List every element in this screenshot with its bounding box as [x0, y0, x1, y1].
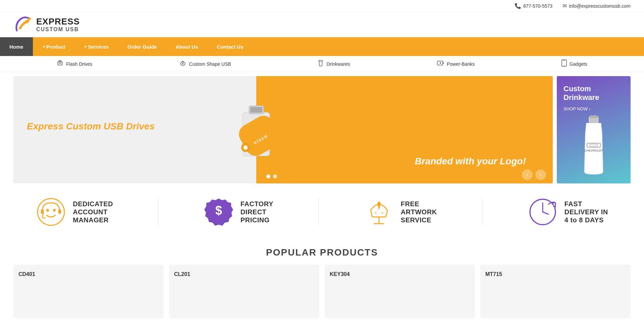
svg-rect-19: [235, 112, 284, 160]
hero-left: Express Custom USB Drives: [13, 76, 256, 183]
custom-shape-label: Custom Shape USB: [189, 61, 231, 67]
nav-item-about-us[interactable]: About Us: [166, 37, 208, 56]
side-panel-title: Custom Drinkware: [564, 85, 624, 102]
products-grid: CD401 CL201 KEY304 MT715: [13, 265, 631, 318]
feature-label-delivery-2: DELIVERY IN: [565, 208, 608, 216]
divider-3: [482, 199, 482, 225]
category-drinkwares[interactable]: Drinkwares: [318, 59, 350, 68]
feature-label-dedicated-2: ACCOUNT: [73, 208, 113, 216]
svg-line-35: [386, 210, 387, 217]
svg-rect-31: [41, 209, 44, 214]
power-banks-label: Power-Banks: [447, 61, 475, 67]
divider-1: [158, 199, 158, 225]
feature-label-artwork-1: FREE: [401, 200, 437, 208]
side-panel: Custom Drinkware SHOP NOW › CHEVROLET: [557, 76, 631, 183]
category-flash-drives[interactable]: Flash Drives: [57, 60, 92, 68]
feature-text-factory: FACTORY DIRECT PRICING: [240, 200, 273, 224]
bottle-illustration: CHEVROLET: [564, 115, 624, 175]
main-content: Express Custom USB Drives cisco: [0, 76, 644, 183]
hero-subtitle: Branded with your Logo!: [415, 156, 526, 167]
svg-line-34: [371, 210, 372, 217]
dedicated-account-manager-icon: [36, 197, 66, 227]
nav-label-services: Services: [88, 44, 109, 50]
logo-express: EXPRESS: [36, 17, 80, 26]
free-artwork-service-icon: [364, 197, 394, 227]
nav-item-home[interactable]: Home: [0, 37, 33, 56]
slider-prev[interactable]: ‹: [522, 169, 533, 180]
product-sku-cl201: CL201: [174, 271, 314, 277]
category-gadgets[interactable]: Gadgets: [561, 59, 587, 68]
nav-label-product: Product: [46, 44, 65, 50]
svg-rect-10: [443, 62, 444, 64]
shop-now-chevron: ›: [589, 106, 590, 111]
nav-label-about-us: About Us: [176, 44, 198, 50]
feature-factory-direct-pricing: $ FACTORY DIRECT PRICING: [204, 197, 273, 227]
svg-point-29: [46, 209, 49, 212]
email-icon: ✉: [562, 3, 567, 9]
nav-arrow-product: ▾: [43, 45, 45, 49]
feature-free-artwork-service: FREE ARTWORK SERVICE: [364, 197, 437, 227]
nav-label-contact-us: Contact Us: [217, 44, 243, 50]
phone-number: 877-570-5573: [523, 3, 552, 9]
nav-item-services[interactable]: ▾ Services: [74, 37, 118, 56]
power-banks-icon: [437, 59, 444, 68]
slider-dots: [266, 174, 277, 178]
svg-point-40: [375, 212, 377, 214]
logo-icon: [13, 15, 34, 34]
svg-point-14: [564, 65, 565, 66]
svg-point-22: [244, 146, 248, 150]
feature-label-artwork-2: ARTWORK: [401, 208, 437, 216]
factory-direct-pricing-icon: $: [204, 197, 234, 227]
product-card-mt715[interactable]: MT715: [480, 265, 631, 318]
product-sku-mt715: MT715: [485, 271, 626, 277]
nav-label-order-guide: Order Guide: [127, 44, 157, 50]
svg-rect-18: [250, 107, 262, 113]
category-custom-shape[interactable]: Custom Shape USB: [179, 59, 231, 68]
svg-text:$: $: [215, 204, 222, 217]
nav-item-order-guide[interactable]: Order Guide: [118, 37, 166, 56]
nav-item-contact-us[interactable]: Contact Us: [207, 37, 253, 56]
logo-custom: CUSTOM USB: [36, 26, 80, 33]
feature-label-dedicated-1: DEDICATED: [73, 200, 113, 208]
svg-rect-27: [590, 144, 598, 146]
popular-products-section: POPULAR PRODUCTS CD401 CL201 KEY304 MT71…: [0, 240, 644, 328]
feature-label-factory-1: FACTORY: [240, 200, 273, 208]
category-bar: Flash Drives Custom Shape USB Drinkwares…: [0, 56, 644, 72]
product-card-cl201[interactable]: CL201: [169, 265, 319, 318]
shop-now-link[interactable]: SHOP NOW ›: [564, 106, 624, 111]
slider-dot-1[interactable]: [266, 174, 270, 178]
category-power-banks[interactable]: Power-Banks: [437, 59, 475, 68]
flash-drives-label: Flash Drives: [66, 61, 92, 67]
product-card-key304[interactable]: KEY304: [325, 265, 475, 318]
flash-drives-icon: [57, 60, 63, 68]
svg-rect-2: [59, 60, 61, 62]
product-sku-cd401: CD401: [18, 271, 159, 277]
drinkwares-label: Drinkwares: [326, 61, 350, 67]
svg-line-44: [543, 212, 548, 214]
gadgets-icon: [561, 59, 567, 68]
features-row: DEDICATED ACCOUNT MANAGER $ FACTORY DIRE…: [0, 183, 644, 240]
popular-products-title: POPULAR PRODUCTS: [13, 247, 631, 258]
hero-slider: Express Custom USB Drives cisco: [13, 76, 553, 183]
hero-title: Express Custom USB Drives: [27, 121, 243, 132]
slider-next[interactable]: ›: [535, 169, 546, 180]
custom-shape-icon: [179, 59, 186, 68]
top-bar: 📞 877-570-5573 ✉ info@expresscustomusb.c…: [0, 0, 644, 12]
slider-dot-2[interactable]: [273, 174, 277, 178]
divider-2: [318, 199, 319, 225]
feature-text-artwork: FREE ARTWORK SERVICE: [401, 200, 437, 224]
nav-arrow-services: ▾: [85, 45, 87, 49]
shop-now-label: SHOP NOW: [564, 106, 588, 111]
product-card-cd401[interactable]: CD401: [13, 265, 164, 318]
svg-rect-32: [58, 209, 61, 214]
logo[interactable]: EXPRESS CUSTOM USB: [13, 15, 80, 34]
nav-label-home: Home: [9, 44, 23, 50]
feature-label-delivery-1: FAST: [565, 200, 608, 208]
header: EXPRESS CUSTOM USB: [0, 12, 644, 37]
feature-text-delivery: FAST DELIVERY IN 4 to 8 DAYS: [565, 200, 608, 224]
feature-label-factory-3: PRICING: [240, 216, 273, 224]
product-sku-key304: KEY304: [330, 271, 470, 277]
feature-fast-delivery: FAST DELIVERY IN 4 to 8 DAYS: [528, 197, 608, 227]
phone-icon: 📞: [515, 3, 521, 9]
nav-item-product[interactable]: ▾ Product: [33, 37, 75, 56]
